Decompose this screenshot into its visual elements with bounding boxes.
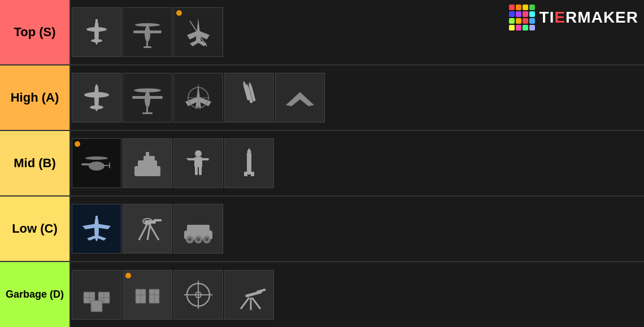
- tier-items-garbage: [71, 262, 644, 327]
- svg-rect-56: [199, 166, 202, 175]
- tier-row-high: High (A): [0, 66, 644, 131]
- svg-line-103: [252, 298, 260, 309]
- svg-rect-60: [244, 172, 247, 176]
- tier-item: [123, 73, 172, 123]
- tier-row-garbage: Garbage (D): [0, 262, 644, 327]
- tier-label-top: Top (S): [0, 0, 71, 64]
- tier-label-top-text: Top (S): [14, 25, 55, 40]
- svg-rect-69: [154, 219, 162, 221]
- svg-rect-5: [133, 30, 162, 33]
- svg-rect-58: [247, 152, 251, 175]
- svg-point-19: [145, 91, 150, 107]
- svg-rect-39: [81, 163, 101, 165]
- tier-item: [72, 7, 121, 57]
- svg-point-17: [90, 106, 103, 110]
- tier-item: [173, 73, 223, 123]
- svg-rect-50: [151, 168, 156, 173]
- svg-point-2: [91, 39, 102, 42]
- svg-point-6: [135, 23, 160, 27]
- tier-label-high: High (A): [0, 66, 71, 130]
- svg-rect-47: [134, 168, 139, 173]
- svg-rect-20: [132, 96, 163, 99]
- tier-item: [72, 204, 121, 254]
- svg-rect-67: [95, 216, 98, 220]
- tier-label-garbage-text: Garbage (D): [6, 289, 64, 300]
- tier-item: [123, 204, 172, 254]
- tiermaker-header: TiERMAKER: [509, 5, 638, 30]
- tier-label-low-text: Low (C): [12, 221, 58, 236]
- svg-point-81: [205, 238, 208, 241]
- tier-label-mid: Mid (B): [0, 131, 71, 195]
- svg-point-21: [134, 89, 161, 93]
- tiermaker-title: TiERMAKER: [539, 8, 638, 27]
- tier-item: [72, 73, 121, 123]
- svg-line-101: [241, 298, 249, 309]
- tier-item: [173, 138, 223, 188]
- tier-label-high-text: High (A): [11, 90, 59, 105]
- svg-point-79: [188, 238, 192, 241]
- svg-point-51: [195, 150, 202, 157]
- tier-item: [72, 138, 121, 188]
- svg-rect-49: [146, 168, 150, 173]
- svg-point-38: [89, 162, 105, 171]
- tier-list: Top (S): [0, 0, 644, 327]
- svg-point-80: [197, 238, 200, 241]
- svg-rect-75: [187, 225, 210, 233]
- svg-point-18: [95, 85, 98, 91]
- svg-point-1: [86, 27, 107, 32]
- svg-rect-3: [95, 19, 98, 24]
- tier-item: [72, 270, 121, 320]
- tier-items-high: [71, 66, 644, 130]
- svg-rect-61: [251, 172, 254, 176]
- svg-rect-84: [91, 300, 102, 312]
- tier-row-mid: Mid (B): [0, 131, 644, 197]
- tier-item: [275, 73, 325, 123]
- tier-item: [173, 204, 223, 254]
- svg-rect-55: [195, 166, 198, 175]
- svg-rect-57: [186, 158, 189, 159]
- svg-point-16: [84, 92, 109, 98]
- tier-items-low: [71, 197, 644, 261]
- svg-point-40: [85, 156, 108, 160]
- tier-item: [173, 270, 223, 320]
- svg-rect-8: [143, 46, 151, 48]
- tier-item: [123, 7, 172, 57]
- svg-line-72: [149, 224, 159, 240]
- tier-item: [224, 73, 274, 123]
- tier-item: [173, 7, 223, 57]
- svg-line-70: [139, 224, 147, 240]
- tier-row-low: Low (C): [0, 197, 644, 262]
- svg-rect-23: [142, 112, 153, 114]
- tier-item: [123, 270, 172, 320]
- svg-rect-48: [140, 168, 145, 173]
- tier-label-mid-text: Mid (B): [14, 156, 56, 171]
- tiermaker-logo-grid: [509, 5, 535, 30]
- svg-rect-46: [146, 152, 149, 158]
- svg-rect-54: [201, 158, 209, 160]
- tier-item: [224, 138, 274, 188]
- svg-rect-44: [138, 160, 157, 168]
- tier-item: [224, 270, 274, 320]
- svg-rect-42: [109, 163, 110, 168]
- tier-label-low: Low (C): [0, 197, 71, 261]
- svg-rect-52: [194, 157, 202, 167]
- tier-label-garbage: Garbage (D): [0, 262, 71, 327]
- tier-item: [123, 138, 172, 188]
- svg-marker-31: [242, 81, 246, 84]
- svg-marker-59: [247, 148, 251, 152]
- svg-marker-35: [248, 82, 251, 85]
- tier-items-mid: [71, 131, 644, 195]
- svg-point-4: [145, 26, 150, 42]
- svg-rect-22: [146, 107, 148, 113]
